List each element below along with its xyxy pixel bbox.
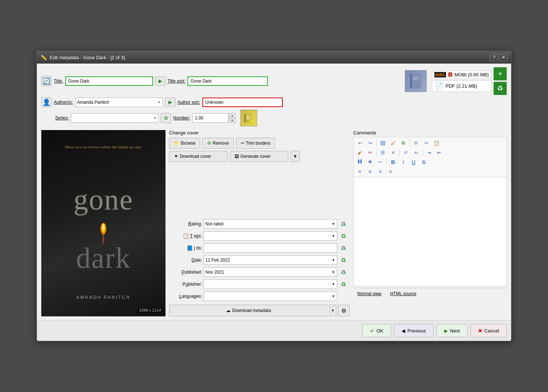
number-input[interactable] (192, 113, 229, 123)
remove-format-btn[interactable]: ♻ (494, 82, 507, 95)
strikethrough-btn[interactable]: S (419, 157, 429, 166)
ordered-list-btn[interactable]: ≡ (388, 148, 398, 157)
author-icon-btn[interactable]: 👤 (41, 97, 52, 107)
tags-select[interactable] (203, 231, 337, 241)
download-metadata-arrow-btn[interactable]: ▼ (329, 305, 336, 316)
recycle2-btn[interactable]: ♻ (399, 138, 408, 147)
top-fields-row: 🔄 Title: ▶ Title sort: mobi (41, 67, 507, 95)
copy-btn[interactable]: ⎘ (411, 138, 421, 147)
main-content: 🔄 Title: ▶ Title sort: mobi (37, 64, 511, 320)
date-select[interactable]: 12 Feb 2022 (203, 255, 337, 265)
titlebar: ✏️ Edit metadata - Gone Dark - [2 of 3] … (37, 51, 511, 64)
download-metadata-section: ☁ Download metadata ▼ ⚙ (169, 305, 350, 316)
eraser-btn[interactable]: ✏ (365, 148, 375, 157)
generate-cover-arrow-btn[interactable]: ▼ (290, 151, 300, 162)
cover-btns-row2: ▼ Download cover 🖼 Generate cover ▼ (169, 151, 350, 162)
publisher-recycle-btn[interactable]: ♻ (339, 279, 348, 289)
mobi-icon: mobi (434, 72, 446, 77)
author-row: 👤 Author(s): Amanda Panitch ▶ Author sor… (41, 97, 507, 107)
rating-recycle-btn[interactable]: ♻ (339, 219, 348, 229)
date-recycle-btn[interactable]: ♻ (339, 255, 348, 265)
remove-btn[interactable]: ♻ Remove (202, 138, 234, 149)
cancel-button[interactable]: ✖ Cancel (471, 324, 507, 337)
heading-btn[interactable]: H (355, 157, 365, 166)
undo-btn[interactable]: ↩ (355, 138, 365, 147)
bold-btn[interactable]: B (388, 157, 398, 166)
pdf-format-item[interactable]: 📄 PDF (2.21 MB) (432, 80, 491, 92)
comments-label: Comments (353, 130, 507, 136)
languages-select[interactable] (203, 292, 337, 301)
ids-input[interactable] (203, 243, 337, 253)
browse-btn[interactable]: 📁 Browse (169, 138, 200, 149)
align-justify-btn[interactable]: ≡ (386, 167, 395, 176)
outdent-btn[interactable]: ⇤ (434, 148, 444, 157)
ids-book-icon: 📘 (187, 245, 193, 251)
languages-label: Languages: (169, 294, 202, 299)
author-sort-arrow-btn[interactable]: ▶ (165, 98, 175, 107)
html-source-btn[interactable]: HTML source (386, 290, 420, 298)
svg-rect-5 (244, 114, 246, 123)
next-button[interactable]: ▶ Next (437, 324, 468, 337)
help-button[interactable]: ? (490, 53, 498, 61)
number-spin-down[interactable]: ▼ (229, 118, 235, 123)
number-spin-up[interactable]: ▲ (229, 114, 235, 118)
paste-btn[interactable]: 📋 (432, 138, 441, 147)
svg-point-14 (102, 224, 104, 230)
edit-metadata-window: ✏️ Edit metadata - Gone Dark - [2 of 3] … (37, 51, 511, 341)
ids-row-label: 📘 Ids: (169, 245, 202, 251)
paint-btn[interactable]: 🖌 (355, 148, 365, 157)
rating-label: Rating: (169, 221, 202, 227)
title-icon-btn[interactable]: 🔄 (41, 76, 52, 86)
download-metadata-btn[interactable]: ☁ Download metadata (169, 305, 328, 316)
tags-recycle-btn[interactable]: ♻ (339, 231, 348, 241)
cover-tagline: There are no heroes when the lights go o… (65, 145, 142, 149)
style-btn[interactable]: 🖊 (388, 138, 398, 147)
config-btn[interactable]: ⚙ (338, 305, 350, 316)
book-cover-icon[interactable] (405, 70, 427, 92)
publisher-select[interactable] (203, 279, 337, 289)
cover-image: There are no heroes when the lights go o… (41, 130, 165, 316)
subscript-btn[interactable]: x₂ (411, 148, 421, 157)
underline-btn[interactable]: U (409, 157, 418, 166)
special-char-btn[interactable]: ✤ (365, 157, 375, 166)
add-format-btn[interactable]: + (494, 67, 507, 80)
unordered-list-btn[interactable]: ☰ (378, 148, 388, 157)
align-right-btn[interactable]: ≡ (376, 167, 385, 176)
align-left-btn[interactable]: ≡ (355, 167, 365, 176)
hr-btn[interactable]: — (376, 157, 385, 166)
cover-dimensions: 1399 x 2114 (137, 308, 163, 313)
normal-view-btn[interactable]: Normal view (353, 290, 385, 298)
published-recycle-btn[interactable]: ♻ (339, 267, 348, 277)
authors-select[interactable]: Amanda Panitch (75, 98, 163, 107)
previous-button[interactable]: ◀ Previous (394, 324, 434, 337)
published-select[interactable]: Nov 2021 (203, 267, 337, 277)
cut-btn[interactable]: ✂ (422, 138, 431, 147)
window-title: Edit metadata - Gone Dark - [2 of 3] (50, 55, 125, 60)
edit-cover-icon-btn[interactable] (240, 110, 257, 126)
trim-btn[interactable]: ✂ Trim borders (236, 138, 275, 149)
redo-btn[interactable]: ↪ (365, 138, 375, 147)
date-label: Date: (169, 258, 202, 263)
block-quote-btn[interactable]: ▤ (378, 138, 388, 147)
italic-btn[interactable]: I (399, 157, 408, 166)
rating-select[interactable]: Not rated 12345 (203, 219, 337, 229)
title-input[interactable] (65, 76, 153, 86)
comments-area[interactable] (353, 177, 507, 286)
svg-rect-0 (411, 74, 421, 88)
title-arrow-btn[interactable]: ▶ (155, 76, 165, 86)
cover-title-gone: gone (73, 185, 133, 214)
metadata-fields: Rating: Not rated 12345 ▼ ♻ 📋 Tags: (169, 219, 350, 301)
close-button[interactable]: ✕ (499, 53, 507, 61)
align-center-btn[interactable]: ≡ (365, 167, 375, 176)
generate-cover-btn[interactable]: 🖼 Generate cover (230, 151, 288, 162)
indent-btn[interactable]: ⇥ (424, 148, 434, 157)
ok-button[interactable]: ✔ OK (362, 324, 391, 337)
download-cover-btn[interactable]: ▼ Download cover (169, 151, 228, 162)
ids-recycle-btn[interactable]: ♻ (339, 243, 348, 253)
author-sort-input[interactable] (202, 98, 283, 107)
mobi-format-item[interactable]: mobi a MOBI (0.65 MB) (432, 71, 491, 79)
title-sort-input[interactable] (187, 76, 268, 86)
series-refresh-btn[interactable]: ♻ (161, 113, 171, 123)
superscript-btn[interactable]: x² (401, 148, 411, 157)
series-select[interactable] (71, 113, 159, 123)
